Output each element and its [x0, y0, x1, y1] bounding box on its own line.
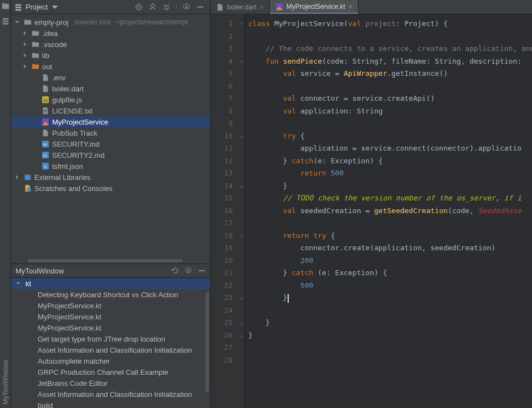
fold-marker[interactable] [238, 43, 244, 55]
line-number[interactable]: 19 [211, 242, 233, 255]
fold-marker[interactable] [238, 167, 244, 180]
toolwindow-item[interactable]: Asset Information and Classification Ini… [11, 344, 210, 355]
minimize-icon[interactable] [196, 3, 204, 11]
toolwindow-item[interactable]: MyProjectService.kt [11, 311, 210, 322]
fold-marker[interactable] [238, 342, 244, 354]
fold-marker[interactable] [238, 255, 244, 267]
file-pubsub[interactable]: PubSub Track [11, 127, 210, 138]
external-libraries[interactable]: External Libraries [11, 172, 210, 183]
folder-vscode[interactable]: .vscode [11, 39, 210, 50]
fold-marker[interactable] [238, 142, 244, 155]
toolwindow-item[interactable]: Get target type from JTree drop location [11, 333, 210, 344]
toolwindow-item[interactable]: JetBrains Code Editor [11, 378, 210, 389]
fold-marker[interactable] [238, 117, 244, 130]
fold-gutter[interactable]: ▾▾▾▴▾▴▴▴ [238, 14, 245, 408]
project-root[interactable]: empty-projsources root, ~/projects/resea… [11, 17, 210, 28]
code-body[interactable]: class MyProjectService(val project: Proj… [245, 14, 532, 408]
fold-marker[interactable] [238, 205, 244, 218]
code-line[interactable]: return 500 [248, 167, 532, 180]
code-line[interactable] [248, 30, 532, 43]
fold-marker[interactable]: ▾ [238, 230, 244, 242]
file-license[interactable]: LICENSE.txt [11, 105, 210, 116]
line-number[interactable]: 22 [211, 280, 233, 292]
code-line[interactable]: } catch(e: Exception) { [248, 155, 532, 168]
tab-myprojectservice[interactable]: MyProjectService.kt× [270, 0, 359, 14]
fold-marker[interactable] [238, 217, 244, 230]
code-line[interactable]: fun sendPiece(code: String?, fileName: S… [248, 55, 532, 68]
line-number[interactable]: 2 [211, 30, 233, 43]
code-line[interactable] [248, 354, 532, 367]
toolwindow-body[interactable]: kt Detecting Keyboard Shortcut vs Click … [11, 278, 210, 408]
folder-idea[interactable]: .idea [11, 28, 210, 39]
refresh-icon[interactable] [171, 267, 179, 275]
close-icon[interactable]: × [260, 3, 264, 11]
code-line[interactable]: try { [248, 130, 532, 143]
toolwindow-item[interactable]: Detecting Keyboard Shortcut vs Click Act… [11, 289, 210, 300]
close-icon[interactable]: × [349, 3, 352, 11]
line-number[interactable]: 11 [211, 142, 233, 155]
fold-marker[interactable] [238, 242, 244, 255]
code-line[interactable]: application = service.connect(connector)… [248, 142, 532, 155]
horizontal-scrollbar[interactable] [11, 258, 210, 264]
code-line[interactable]: connector.create(application, seededCrea… [248, 242, 532, 255]
code-line[interactable]: } [248, 329, 532, 342]
fold-marker[interactable] [238, 105, 244, 118]
fold-marker[interactable]: ▾ [238, 130, 244, 143]
project-view-selector[interactable]: Project [14, 3, 59, 11]
fold-marker[interactable]: ▾ [238, 18, 244, 30]
line-number[interactable]: 18 [211, 230, 233, 242]
code-line[interactable]: // The code connects to a service, creat… [248, 43, 532, 55]
code-line[interactable]: 200 [248, 255, 532, 267]
fold-marker[interactable]: ▾ [238, 55, 244, 68]
line-number[interactable]: 9 [211, 117, 233, 130]
fold-marker[interactable] [238, 280, 244, 292]
file-env[interactable]: .env [11, 72, 210, 83]
line-number[interactable]: 24 [211, 304, 233, 317]
line-number[interactable]: 5 [211, 68, 233, 80]
file-myprojectservice[interactable]: MyProjectService [11, 116, 210, 127]
tool-structure-button[interactable] [2, 17, 9, 27]
code-line[interactable]: val seededCreation = getSeededCreation(c… [248, 205, 532, 218]
code-line[interactable]: val service = ApiWrapper.getInstance() [248, 68, 532, 80]
line-number[interactable]: 1 [211, 18, 233, 30]
folder-lib[interactable]: lib [11, 50, 210, 61]
file-security[interactable]: M↓SECURITY.md [11, 138, 210, 149]
file-security2[interactable]: M↓SECURITY2.md [11, 149, 210, 161]
code-line[interactable]: return try { [248, 230, 532, 242]
toolwindow-item[interactable]: MyProjectService.kt [11, 322, 210, 333]
line-number[interactable]: 26 [211, 329, 233, 342]
project-tool-button[interactable] [2, 2, 9, 12]
gear-icon[interactable] [182, 3, 191, 11]
toolwindow-group-header[interactable]: kt [11, 278, 210, 289]
code-line[interactable]: 500 [248, 280, 532, 292]
project-tree[interactable]: empty-projsources root, ~/projects/resea… [11, 14, 210, 258]
folder-out[interactable]: out [11, 61, 210, 72]
code-editor[interactable]: 1234567891011121314151617181920212223242… [211, 14, 532, 408]
scratches[interactable]: Scratches and Consoles [11, 183, 210, 194]
toolwindow-item[interactable]: GRPC Production Channel Call Example [11, 366, 210, 378]
line-number[interactable]: 15 [211, 192, 233, 205]
line-number[interactable]: 13 [211, 167, 233, 180]
line-number[interactable]: 25 [211, 317, 233, 329]
fold-marker[interactable]: ▴ [238, 292, 244, 304]
fold-marker[interactable] [238, 192, 244, 205]
line-number[interactable]: 6 [211, 80, 233, 93]
fold-marker[interactable] [238, 267, 244, 280]
code-line[interactable]: // TODO check the version number of the … [248, 192, 532, 205]
line-number[interactable]: 3 [211, 43, 233, 55]
code-line[interactable]: val application: String [248, 105, 532, 118]
collapse-all-icon[interactable] [162, 3, 171, 11]
code-line[interactable]: val connector = service.createApi() [248, 92, 532, 105]
fold-marker[interactable] [238, 92, 244, 105]
line-number[interactable]: 16 [211, 205, 233, 218]
fold-marker[interactable]: ▴ [238, 329, 244, 342]
line-number[interactable]: 27 [211, 342, 233, 354]
line-number[interactable]: 17 [211, 217, 233, 230]
line-number[interactable]: 21 [211, 267, 233, 280]
toolwindow-item[interactable]: Asset Information and Classification Ini… [11, 389, 210, 400]
line-number[interactable]: 8 [211, 105, 233, 118]
line-number[interactable]: 23 [211, 292, 233, 304]
toolwindow-tab-label[interactable]: MyToolWindow [2, 360, 9, 405]
fold-marker[interactable] [238, 30, 244, 43]
tab-boiler[interactable]: boiler.dart× [211, 0, 270, 14]
